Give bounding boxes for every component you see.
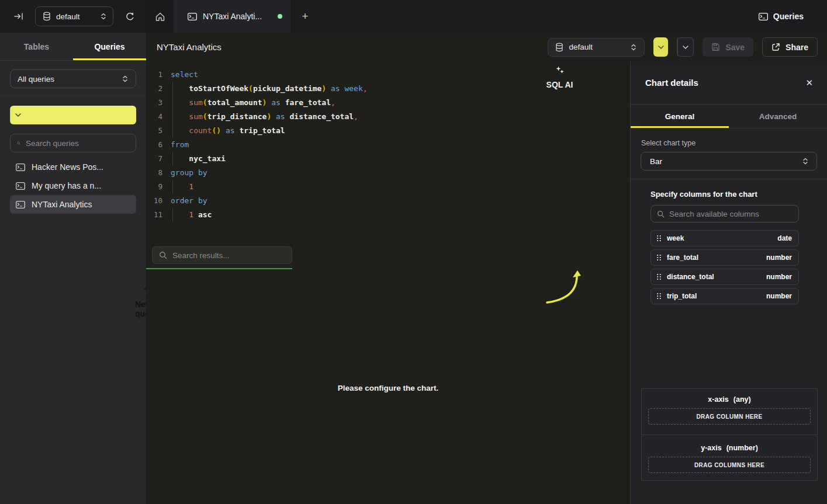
top-bar: default NYTaxi Analyti... + Queries [0, 0, 827, 33]
columns-section-title: Specify columns for the chart [650, 190, 799, 199]
line-number: 4 [152, 110, 162, 124]
query-list-item[interactable]: NYTaxi Analytics [10, 195, 136, 214]
line-number: 5 [152, 124, 162, 138]
column-row-fare_total[interactable]: fare_totalnumber [650, 249, 799, 266]
query-filter-value: All queries [18, 75, 116, 84]
x-axis-section: x-axis(any)DRAG COLUMN HERE [642, 389, 817, 435]
sparkles-icon [555, 65, 565, 75]
queries-link-label: Queries [773, 12, 804, 21]
chart-area: Please configure the chart. [146, 269, 630, 504]
chevron-updown-icon [630, 43, 637, 51]
code-text: from [171, 138, 189, 152]
sidebar-tabs: TablesQueries [0, 33, 146, 61]
panel-header: Chart details ✕ [631, 61, 827, 104]
column-type: number [766, 253, 792, 262]
indent-guide [172, 124, 173, 138]
query-item-name: NYTaxi Analytics [32, 200, 92, 209]
indent-guide [172, 96, 173, 110]
save-label: Save [725, 43, 745, 52]
queries-link[interactable]: Queries [759, 12, 804, 21]
new-query-button[interactable]: + New query [10, 106, 136, 124]
refresh-button[interactable] [122, 8, 138, 25]
query-search-input[interactable] [26, 139, 129, 148]
column-type: number [766, 273, 792, 281]
topbar-database-selector[interactable]: default [35, 6, 113, 26]
column-type: date [777, 234, 792, 242]
columns-search-box [650, 205, 799, 223]
y-axis-section: y-axis(number)DRAG COLUMNS HERE [642, 435, 817, 480]
query-item-name: Hacker News Pos... [32, 162, 103, 172]
save-icon [711, 43, 720, 51]
column-row-trip_total[interactable]: trip_totalnumber [650, 288, 799, 304]
code-text: 1 [171, 180, 193, 194]
queries-icon [759, 13, 768, 20]
y-axis-drop-zone[interactable]: DRAG COLUMNS HERE [648, 457, 811, 473]
query-filter-block: All queries [0, 61, 146, 96]
line-number: 10 [152, 194, 162, 208]
run-button-group: Run [653, 37, 668, 57]
axes-drop-zones: x-axis(any)DRAG COLUMN HEREy-axis(number… [641, 388, 818, 481]
column-row-distance_total[interactable]: distance_totalnumber [650, 269, 799, 285]
query-list-item[interactable]: My query has a n... [10, 176, 136, 195]
code-text: 1 asc [171, 208, 212, 222]
home-button[interactable] [146, 0, 174, 33]
toolbar-database-selector[interactable]: default [548, 38, 645, 57]
chevron-updown-icon [122, 75, 129, 83]
sidebar-tab-queries[interactable]: Queries [73, 33, 146, 60]
editor-toolbar: NYTaxi Analytics default Run [146, 33, 827, 61]
results-search-box [152, 246, 292, 264]
sql-ai-options-button[interactable] [677, 38, 693, 56]
home-icon [155, 12, 165, 22]
save-button[interactable]: Save [703, 37, 753, 57]
drag-handle-icon [656, 235, 662, 242]
column-name: fare_total [667, 253, 698, 262]
chart-empty-message: Please configure the chart. [146, 384, 630, 392]
columns-search-input[interactable] [669, 210, 793, 218]
indent-guide [172, 110, 173, 124]
results-search-input[interactable] [172, 251, 285, 260]
database-icon [555, 43, 563, 52]
refresh-icon [125, 12, 135, 22]
chart-type-dropdown[interactable]: Bar [641, 152, 817, 171]
tab-strip: NYTaxi Analyti... + [146, 0, 320, 33]
chevron-down-icon [683, 46, 688, 49]
code-text: group by [171, 166, 207, 180]
column-row-week[interactable]: weekdate [650, 230, 799, 246]
chevron-updown-icon [100, 12, 107, 20]
query-list-item[interactable]: Hacker News Pos... [10, 158, 136, 176]
axis-name: x-axis [708, 395, 728, 404]
panel-tab-general[interactable]: General [631, 105, 729, 128]
axis-constraint: (any) [733, 395, 751, 404]
code-text: count() as trip_total [171, 124, 285, 138]
collapse-sidebar-button[interactable] [11, 8, 27, 25]
main-area: NYTaxi Analytics default Run [146, 33, 827, 504]
code-text: sum(total_amount) as fare_total, [171, 96, 335, 110]
query-filter-dropdown[interactable]: All queries [10, 69, 136, 88]
column-name: week [667, 234, 684, 242]
share-button[interactable]: Share [762, 37, 818, 57]
query-search-box [10, 134, 136, 152]
panel-tabs: GeneralAdvanced [631, 104, 827, 128]
new-tab-button[interactable]: + [290, 0, 320, 33]
close-icon[interactable]: ✕ [805, 78, 813, 88]
new-query-dropdown-button[interactable] [10, 106, 25, 124]
tab-nytaxi-analytics[interactable]: NYTaxi Analyti... [174, 0, 290, 33]
panel-tab-advanced[interactable]: Advanced [729, 105, 827, 128]
code-text: nyc_taxi [171, 152, 226, 166]
sidebar-tab-tables[interactable]: Tables [0, 33, 73, 60]
line-number: 7 [152, 152, 162, 166]
columns-section: Specify columns for the chart weekdatefa… [631, 179, 827, 304]
chevron-down-icon [15, 113, 21, 117]
drag-handle-icon [656, 273, 662, 280]
toolbar-database-value: default [569, 43, 625, 51]
run-options-button[interactable] [653, 37, 668, 57]
topbar-database-value: default [56, 12, 95, 21]
tab-title: NYTaxi Analyti... [203, 12, 272, 21]
columns-list: weekdatefare_totalnumberdistance_totalnu… [650, 230, 799, 304]
column-type: number [766, 292, 792, 300]
database-icon [43, 12, 51, 21]
search-icon [159, 251, 167, 259]
x-axis-drop-zone[interactable]: DRAG COLUMN HERE [648, 408, 811, 425]
code-text: toStartOfWeek(pickup_datetime) as week, [171, 82, 368, 96]
line-number: 1 [152, 68, 162, 82]
